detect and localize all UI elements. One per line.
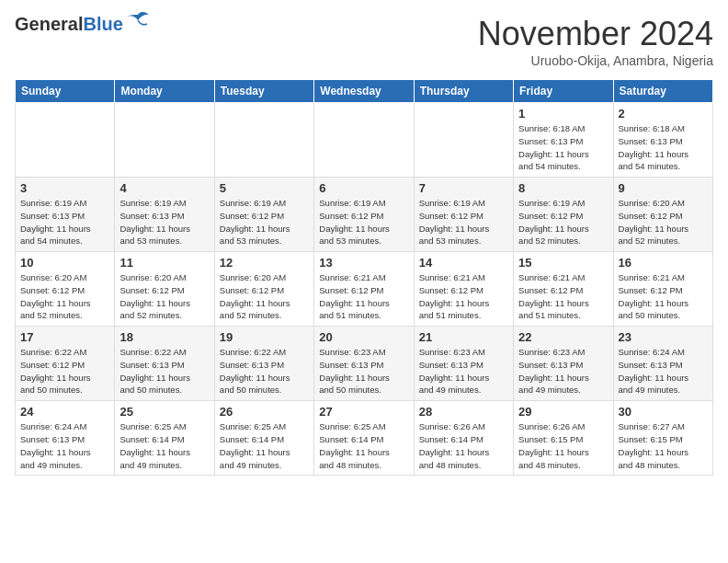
- day-number: 11: [119, 256, 209, 270]
- day-number: 21: [419, 330, 508, 344]
- day-number: 15: [518, 256, 608, 270]
- calendar-cell: 1Sunrise: 6:18 AM Sunset: 6:13 PM Daylig…: [514, 103, 613, 178]
- day-info: Sunrise: 6:20 AM Sunset: 6:12 PM Dayligh…: [119, 271, 209, 322]
- day-info: Sunrise: 6:19 AM Sunset: 6:12 PM Dayligh…: [319, 197, 408, 247]
- day-info: Sunrise: 6:21 AM Sunset: 6:12 PM Dayligh…: [419, 271, 508, 322]
- day-number: 16: [619, 256, 708, 270]
- day-info: Sunrise: 6:19 AM Sunset: 6:13 PM Dayligh…: [119, 197, 209, 247]
- logo-bird-icon: [125, 11, 151, 29]
- day-info: Sunrise: 6:23 AM Sunset: 6:13 PM Dayligh…: [319, 346, 408, 396]
- day-info: Sunrise: 6:22 AM Sunset: 6:13 PM Dayligh…: [119, 346, 209, 396]
- day-number: 28: [419, 405, 508, 419]
- day-info: Sunrise: 6:20 AM Sunset: 6:12 PM Dayligh…: [20, 271, 109, 322]
- day-info: Sunrise: 6:19 AM Sunset: 6:12 PM Dayligh…: [419, 197, 508, 247]
- day-number: 3: [20, 181, 109, 195]
- weekday-header-friday: Friday: [514, 80, 613, 103]
- calendar-cell: 16Sunrise: 6:21 AM Sunset: 6:12 PM Dayli…: [613, 252, 712, 327]
- calendar-cell: 21Sunrise: 6:23 AM Sunset: 6:13 PM Dayli…: [414, 327, 513, 401]
- calendar-cell: 15Sunrise: 6:21 AM Sunset: 6:12 PM Dayli…: [514, 252, 613, 327]
- day-info: Sunrise: 6:21 AM Sunset: 6:12 PM Dayligh…: [518, 271, 608, 322]
- calendar-cell: 2Sunrise: 6:18 AM Sunset: 6:13 PM Daylig…: [613, 103, 712, 178]
- day-number: 26: [220, 405, 309, 419]
- day-number: 9: [619, 181, 708, 195]
- calendar-cell: 11Sunrise: 6:20 AM Sunset: 6:12 PM Dayli…: [115, 252, 214, 327]
- logo-general: General: [15, 14, 83, 34]
- calendar-cell: 9Sunrise: 6:20 AM Sunset: 6:12 PM Daylig…: [613, 178, 712, 252]
- calendar-cell: 26Sunrise: 6:25 AM Sunset: 6:14 PM Dayli…: [214, 401, 313, 476]
- day-info: Sunrise: 6:19 AM Sunset: 6:12 PM Dayligh…: [220, 197, 309, 247]
- calendar-cell: 7Sunrise: 6:19 AM Sunset: 6:12 PM Daylig…: [414, 178, 513, 252]
- weekday-header-sunday: Sunday: [16, 80, 115, 103]
- calendar-week-4: 17Sunrise: 6:22 AM Sunset: 6:12 PM Dayli…: [16, 327, 713, 401]
- calendar-cell: 14Sunrise: 6:21 AM Sunset: 6:12 PM Dayli…: [414, 252, 513, 327]
- day-number: 5: [220, 181, 309, 195]
- day-info: Sunrise: 6:21 AM Sunset: 6:12 PM Dayligh…: [319, 271, 408, 322]
- calendar-cell: 12Sunrise: 6:20 AM Sunset: 6:12 PM Dayli…: [214, 252, 313, 327]
- weekday-header-thursday: Thursday: [414, 80, 513, 103]
- day-number: 22: [518, 330, 608, 344]
- weekday-header-tuesday: Tuesday: [214, 80, 313, 103]
- day-number: 30: [619, 405, 708, 419]
- day-number: 17: [20, 330, 109, 344]
- calendar-cell: 30Sunrise: 6:27 AM Sunset: 6:15 PM Dayli…: [613, 401, 712, 476]
- calendar-cell: [314, 103, 414, 178]
- day-info: Sunrise: 6:25 AM Sunset: 6:14 PM Dayligh…: [319, 420, 408, 471]
- title-block: November 2024 Uruobo-Okija, Anambra, Nig…: [478, 15, 713, 68]
- calendar-cell: 19Sunrise: 6:22 AM Sunset: 6:13 PM Dayli…: [214, 327, 313, 401]
- day-number: 12: [220, 256, 309, 270]
- calendar-cell: 3Sunrise: 6:19 AM Sunset: 6:13 PM Daylig…: [16, 178, 115, 252]
- calendar-cell: 27Sunrise: 6:25 AM Sunset: 6:14 PM Dayli…: [314, 401, 414, 476]
- calendar-cell: [115, 103, 214, 178]
- day-number: 14: [419, 256, 508, 270]
- calendar-cell: 17Sunrise: 6:22 AM Sunset: 6:12 PM Dayli…: [16, 327, 115, 401]
- day-number: 20: [319, 330, 408, 344]
- logo-blue: Blue: [83, 14, 122, 34]
- calendar-cell: 22Sunrise: 6:23 AM Sunset: 6:13 PM Dayli…: [514, 327, 613, 401]
- calendar-cell: 28Sunrise: 6:26 AM Sunset: 6:14 PM Dayli…: [414, 401, 513, 476]
- calendar-cell: 13Sunrise: 6:21 AM Sunset: 6:12 PM Dayli…: [314, 252, 414, 327]
- day-number: 13: [319, 256, 408, 270]
- weekday-header-saturday: Saturday: [613, 80, 712, 103]
- day-info: Sunrise: 6:22 AM Sunset: 6:13 PM Dayligh…: [220, 346, 309, 396]
- day-number: 10: [20, 256, 109, 270]
- calendar-cell: 6Sunrise: 6:19 AM Sunset: 6:12 PM Daylig…: [314, 178, 414, 252]
- day-info: Sunrise: 6:25 AM Sunset: 6:14 PM Dayligh…: [119, 420, 209, 471]
- day-number: 6: [319, 181, 408, 195]
- day-info: Sunrise: 6:21 AM Sunset: 6:12 PM Dayligh…: [619, 271, 708, 322]
- day-info: Sunrise: 6:27 AM Sunset: 6:15 PM Dayligh…: [619, 420, 708, 471]
- day-info: Sunrise: 6:24 AM Sunset: 6:13 PM Dayligh…: [619, 346, 708, 396]
- day-number: 1: [518, 107, 608, 121]
- day-number: 8: [518, 181, 608, 195]
- day-info: Sunrise: 6:26 AM Sunset: 6:14 PM Dayligh…: [419, 420, 508, 471]
- calendar-cell: 29Sunrise: 6:26 AM Sunset: 6:15 PM Dayli…: [514, 401, 613, 476]
- day-number: 19: [220, 330, 309, 344]
- page-header: GeneralBlue November 2024 Uruobo-Okija, …: [15, 15, 713, 68]
- day-info: Sunrise: 6:26 AM Sunset: 6:15 PM Dayligh…: [518, 420, 608, 471]
- calendar-cell: 18Sunrise: 6:22 AM Sunset: 6:13 PM Dayli…: [115, 327, 214, 401]
- day-number: 25: [119, 405, 209, 419]
- calendar-header: SundayMondayTuesdayWednesdayThursdayFrid…: [16, 80, 713, 103]
- weekday-header-wednesday: Wednesday: [314, 80, 414, 103]
- calendar-cell: 5Sunrise: 6:19 AM Sunset: 6:12 PM Daylig…: [214, 178, 313, 252]
- day-info: Sunrise: 6:23 AM Sunset: 6:13 PM Dayligh…: [419, 346, 508, 396]
- day-info: Sunrise: 6:23 AM Sunset: 6:13 PM Dayligh…: [518, 346, 608, 396]
- day-info: Sunrise: 6:20 AM Sunset: 6:12 PM Dayligh…: [220, 271, 309, 322]
- day-number: 2: [619, 107, 708, 121]
- calendar-cell: [414, 103, 513, 178]
- day-info: Sunrise: 6:18 AM Sunset: 6:13 PM Dayligh…: [518, 122, 608, 173]
- day-info: Sunrise: 6:19 AM Sunset: 6:13 PM Dayligh…: [20, 197, 109, 247]
- calendar-cell: 24Sunrise: 6:24 AM Sunset: 6:13 PM Dayli…: [16, 401, 115, 476]
- day-info: Sunrise: 6:18 AM Sunset: 6:13 PM Dayligh…: [619, 122, 708, 173]
- day-info: Sunrise: 6:22 AM Sunset: 6:12 PM Dayligh…: [20, 346, 109, 396]
- calendar-table: SundayMondayTuesdayWednesdayThursdayFrid…: [15, 79, 713, 476]
- day-info: Sunrise: 6:20 AM Sunset: 6:12 PM Dayligh…: [619, 197, 708, 247]
- calendar-cell: [214, 103, 313, 178]
- day-number: 24: [20, 405, 109, 419]
- day-number: 27: [319, 405, 408, 419]
- calendar-cell: 25Sunrise: 6:25 AM Sunset: 6:14 PM Dayli…: [115, 401, 214, 476]
- logo: GeneralBlue: [15, 15, 151, 33]
- calendar-cell: 4Sunrise: 6:19 AM Sunset: 6:13 PM Daylig…: [115, 178, 214, 252]
- day-number: 18: [119, 330, 209, 344]
- calendar-week-2: 3Sunrise: 6:19 AM Sunset: 6:13 PM Daylig…: [16, 178, 713, 252]
- calendar-week-5: 24Sunrise: 6:24 AM Sunset: 6:13 PM Dayli…: [16, 401, 713, 476]
